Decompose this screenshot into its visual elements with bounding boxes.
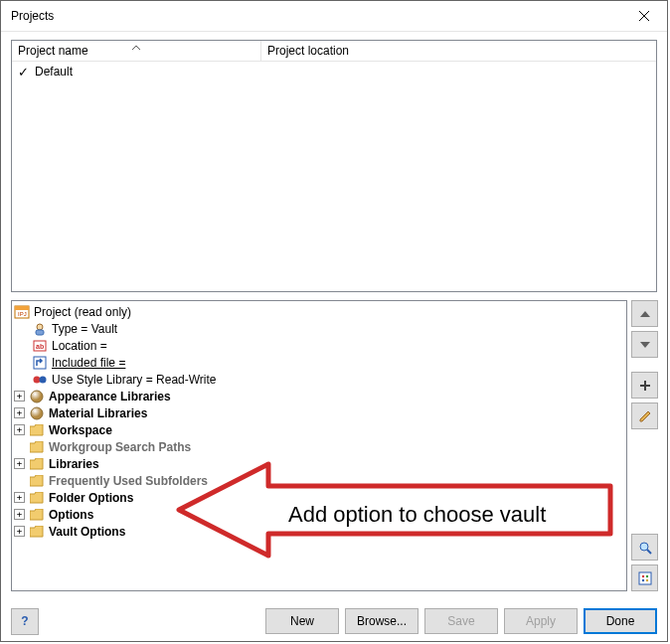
svg-rect-22: [639, 572, 651, 584]
column-project-location[interactable]: Project location: [261, 41, 656, 61]
options-icon: [638, 571, 652, 585]
expand-icon[interactable]: +: [14, 407, 25, 418]
done-button[interactable]: Done: [584, 608, 657, 634]
magnify-icon: [638, 541, 652, 555]
folder-icon: [29, 439, 45, 455]
included-icon: [32, 355, 48, 371]
tree-frequently-used[interactable]: Frequently Used Subfolders: [14, 472, 622, 489]
folder-icon: [29, 422, 45, 438]
close-button[interactable]: [621, 1, 667, 31]
checkmark-icon: ✓: [18, 65, 29, 80]
folder-icon: [29, 490, 45, 506]
project-tree-panel[interactable]: IPJ Project (read only) Type = Vault ab …: [11, 300, 627, 591]
projects-list-panel: Project name Project location ✓ Default: [11, 40, 657, 292]
svg-text:ab: ab: [36, 343, 44, 350]
move-down-button[interactable]: [631, 331, 658, 358]
edit-button[interactable]: [631, 402, 658, 429]
svg-point-23: [641, 574, 643, 576]
tree-location[interactable]: ab Location =: [32, 337, 622, 354]
style-icon: [32, 372, 48, 388]
pencil-icon: [638, 409, 652, 423]
column-headers: Project name Project location: [12, 41, 656, 62]
add-button[interactable]: [631, 372, 658, 399]
project-name: Default: [35, 65, 73, 79]
tree-appearance-libraries[interactable]: + Appearance Libraries: [14, 388, 622, 404]
sphere-icon: [29, 405, 45, 421]
svg-point-26: [645, 578, 647, 580]
help-button[interactable]: ?: [11, 608, 39, 635]
content: Project name Project location ✓ Default: [1, 32, 667, 601]
close-icon: [639, 11, 649, 21]
expand-icon[interactable]: +: [14, 526, 25, 537]
triangle-up-icon: [640, 311, 650, 317]
tree-workspace[interactable]: + Workspace: [14, 421, 622, 438]
tree-workgroup-paths[interactable]: Workgroup Search Paths: [14, 438, 622, 455]
location-icon: ab: [32, 338, 48, 354]
folder-icon: [29, 507, 45, 523]
plus-icon: [639, 380, 651, 392]
expand-icon[interactable]: +: [14, 391, 25, 402]
tree-libraries[interactable]: + Libraries: [14, 455, 622, 472]
apply-button: Apply: [504, 608, 578, 634]
configure-button[interactable]: [631, 564, 658, 591]
svg-point-13: [31, 407, 43, 419]
save-button: Save: [424, 608, 498, 634]
svg-marker-19: [640, 411, 650, 421]
tree-root[interactable]: IPJ Project (read only): [14, 303, 622, 320]
svg-marker-15: [640, 311, 650, 317]
projects-dialog: Projects Project name Project location ✓…: [0, 0, 668, 642]
tree-style-library[interactable]: Use Style Library = Read-Write: [32, 371, 622, 388]
help-icon: ?: [21, 614, 28, 628]
tree-folder-options[interactable]: + Folder Options: [14, 489, 622, 506]
type-icon: [32, 321, 48, 337]
tree-type[interactable]: Type = Vault: [32, 320, 622, 337]
project-icon: IPJ: [14, 304, 30, 320]
details-area: IPJ Project (read only) Type = Vault ab …: [11, 300, 657, 591]
svg-point-20: [640, 543, 648, 551]
folder-icon: [29, 473, 45, 489]
expand-icon[interactable]: +: [14, 424, 25, 435]
new-button[interactable]: New: [265, 608, 339, 634]
svg-point-24: [645, 574, 647, 576]
browse-button[interactable]: Browse...: [345, 608, 419, 634]
titlebar: Projects: [1, 1, 667, 32]
tree-included-file[interactable]: Included file =: [32, 354, 622, 371]
svg-point-25: [641, 578, 643, 580]
expand-icon[interactable]: +: [14, 509, 25, 520]
side-toolbar: [631, 300, 657, 591]
svg-point-10: [34, 376, 41, 383]
svg-text:IPJ: IPJ: [18, 311, 27, 317]
svg-rect-6: [36, 330, 44, 335]
svg-point-11: [40, 376, 47, 383]
triangle-down-icon: [640, 342, 650, 348]
footer: ? New Browse... Save Apply Done: [1, 601, 667, 641]
svg-point-5: [37, 324, 43, 330]
window-title: Projects: [11, 9, 621, 23]
move-up-button[interactable]: [631, 300, 658, 327]
magnify-button[interactable]: [631, 534, 658, 561]
svg-point-12: [31, 391, 43, 402]
sort-indicator-icon: [132, 39, 140, 53]
tree-vault-options[interactable]: + Vault Options: [14, 523, 622, 540]
folder-icon: [29, 456, 45, 472]
expand-icon[interactable]: +: [14, 492, 25, 503]
column-project-name[interactable]: Project name: [12, 41, 261, 61]
svg-line-21: [647, 550, 651, 554]
tree-material-libraries[interactable]: + Material Libraries: [14, 404, 622, 421]
sphere-icon: [29, 389, 45, 404]
expand-icon[interactable]: +: [14, 458, 25, 469]
svg-rect-3: [15, 306, 29, 310]
svg-marker-16: [640, 342, 650, 348]
tree-options[interactable]: + Options: [14, 506, 622, 523]
project-row[interactable]: ✓ Default: [12, 62, 656, 81]
folder-icon: [29, 524, 45, 540]
